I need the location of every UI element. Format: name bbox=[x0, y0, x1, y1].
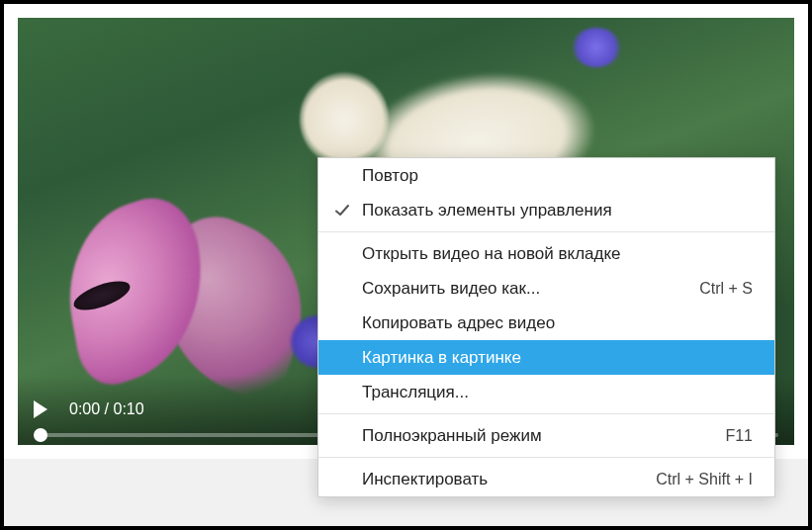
video-progress-thumb[interactable] bbox=[34, 428, 47, 442]
menu-item-label: Открыть видео на новой вкладке bbox=[362, 244, 753, 264]
menu-item-picture-in-picture[interactable]: Картинка в картинке bbox=[318, 340, 774, 375]
menu-item-label: Сохранить видео как... bbox=[362, 279, 699, 299]
menu-item-loop[interactable]: Повтор bbox=[318, 158, 774, 193]
menu-item-label: Трансляция... bbox=[362, 383, 753, 402]
video-content-flower bbox=[572, 28, 621, 67]
menu-item-shortcut: F11 bbox=[725, 427, 753, 445]
video-content-bunny-head bbox=[300, 72, 389, 166]
menu-divider bbox=[318, 413, 774, 414]
menu-item-label: Инспектировать bbox=[362, 470, 656, 489]
menu-item-open-new-tab[interactable]: Открыть видео на новой вкладке bbox=[318, 236, 774, 271]
menu-item-label: Копировать адрес видео bbox=[362, 313, 753, 333]
video-time-display: 0:00 / 0:10 bbox=[69, 400, 144, 418]
video-context-menu: Повтор Показать элементы управления Откр… bbox=[317, 157, 775, 497]
menu-item-show-controls[interactable]: Показать элементы управления bbox=[318, 193, 774, 227]
menu-item-inspect[interactable]: Инспектировать Ctrl + Shift + I bbox=[318, 462, 774, 496]
browser-window: 0:00 / 0:10 Повтор Показать элементы упр… bbox=[4, 4, 808, 526]
menu-item-shortcut: Ctrl + S bbox=[699, 280, 753, 298]
menu-item-shortcut: Ctrl + Shift + I bbox=[656, 471, 753, 488]
menu-item-fullscreen[interactable]: Полноэкранный режим F11 bbox=[318, 418, 774, 453]
menu-item-label: Полноэкранный режим bbox=[362, 426, 725, 446]
check-icon bbox=[334, 203, 350, 219]
menu-item-label: Показать элементы управления bbox=[362, 201, 753, 221]
menu-item-label: Картинка в картинке bbox=[362, 348, 753, 368]
menu-item-label: Повтор bbox=[362, 166, 753, 186]
menu-divider bbox=[318, 457, 774, 458]
menu-item-cast[interactable]: Трансляция... bbox=[318, 375, 774, 409]
play-icon bbox=[34, 400, 47, 418]
menu-divider bbox=[318, 231, 774, 232]
menu-item-copy-video-address[interactable]: Копировать адрес видео bbox=[318, 306, 774, 340]
menu-item-save-video-as[interactable]: Сохранить видео как... Ctrl + S bbox=[318, 271, 774, 306]
play-button[interactable] bbox=[34, 399, 53, 419]
